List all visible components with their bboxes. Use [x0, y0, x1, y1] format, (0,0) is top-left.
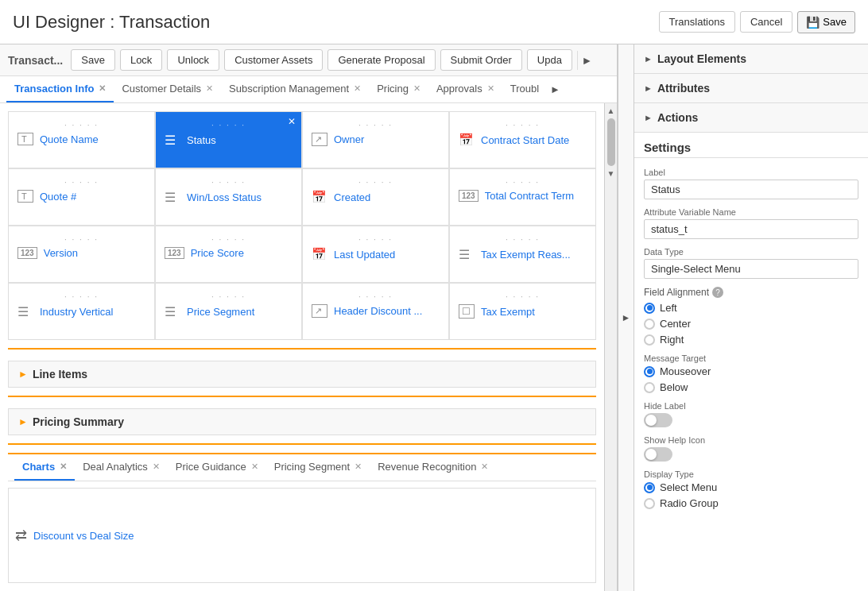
settings-display-type-group: Display Type Select Menu Radio Group — [644, 469, 858, 509]
field-version[interactable]: · · · · · 123 Version — [9, 226, 154, 282]
attributes-arrow: ► — [644, 83, 653, 93]
toolbar-lock-button[interactable]: Lock — [120, 49, 162, 71]
tab-troubl[interactable]: Troubl — [502, 76, 547, 102]
alignment-right-option[interactable]: Right — [644, 334, 858, 346]
tab-approvals-close[interactable]: ✕ — [487, 83, 494, 94]
settings-data-type-value: Single-Select Menu — [644, 259, 858, 279]
scrollbar[interactable]: ▲ ▼ — [604, 103, 617, 591]
tabs-right-arrow[interactable]: ► — [547, 77, 564, 102]
alignment-right-label: Right — [660, 334, 684, 346]
alignment-right-radio[interactable] — [644, 334, 655, 346]
field-last-updated[interactable]: · · · · · 📅 Last Updated — [303, 226, 448, 282]
bottom-tab-charts-close[interactable]: ✕ — [60, 462, 67, 472]
field-status-close[interactable]: ✕ — [288, 116, 296, 127]
field-owner[interactable]: · · · · · ↗ Owner — [303, 112, 448, 168]
field-owner-label: Owner — [334, 133, 364, 145]
actions-header[interactable]: ► Actions — [634, 103, 868, 132]
toolbar-label: Transact... — [8, 54, 63, 67]
field-grid: · · · · · T Quote Name ✕ · · · · · ☰ Sta… — [8, 111, 596, 340]
field-price-segment[interactable]: · · · · · ☰ Price Segment — [156, 284, 301, 339]
display-type-select-menu-radio[interactable] — [644, 482, 655, 493]
panel-right-arrow[interactable]: ► — [622, 312, 631, 323]
field-win-loss-status[interactable]: · · · · · ☰ Win/Loss Status — [156, 169, 301, 225]
tab-pricing-label: Pricing — [377, 83, 409, 95]
tab-subscription-management-close[interactable]: ✕ — [354, 83, 361, 94]
line-items-toggle: ► — [18, 369, 28, 380]
field-price-score[interactable]: · · · · · 123 Price Score — [156, 226, 301, 282]
alignment-center-radio[interactable] — [644, 319, 655, 330]
settings-message-target-label: Message Target — [644, 353, 858, 363]
tab-subscription-management[interactable]: Subscription Management ✕ — [221, 76, 369, 102]
settings-label-value[interactable]: Status — [644, 180, 858, 199]
translations-button[interactable]: Translations — [659, 11, 735, 33]
message-target-below-option[interactable]: Below — [644, 381, 858, 393]
toolbar-right-arrow[interactable]: ► — [577, 51, 596, 70]
settings-label-group: Label Status — [644, 168, 858, 199]
display-type-radio-group-option[interactable]: Radio Group — [644, 497, 858, 509]
bottom-tab-revenue-recognition[interactable]: Revenue Recognition ✕ — [370, 454, 496, 481]
settings-field-alignment-label: Field Alignment — [644, 287, 709, 298]
settings-message-target-group: Message Target Mouseover Below — [644, 353, 858, 393]
pricing-summary-section[interactable]: ► Pricing Summary — [8, 408, 596, 435]
settings-attr-var-value[interactable]: status_t — [644, 219, 858, 239]
bottom-tab-deal-analytics-close[interactable]: ✕ — [153, 462, 160, 472]
bottom-tab-price-guidance-close[interactable]: ✕ — [251, 462, 258, 472]
show-help-icon-toggle[interactable] — [644, 447, 672, 462]
tab-customer-details-label: Customer Details — [122, 83, 201, 95]
tab-approvals[interactable]: Approvals ✕ — [428, 76, 502, 102]
toolbar-update-button[interactable]: Upda — [527, 49, 572, 71]
bottom-tab-pricing-segment-close[interactable]: ✕ — [355, 462, 362, 472]
alignment-left-radio[interactable] — [644, 303, 655, 314]
attributes-header[interactable]: ► Attributes — [634, 74, 868, 102]
layout-elements-header[interactable]: ► Layout Elements — [634, 44, 868, 73]
scroll-thumb[interactable] — [607, 118, 615, 166]
date-field-icon-3: 📅 — [312, 247, 327, 261]
tab-transaction-info-close[interactable]: ✕ — [99, 83, 106, 94]
message-target-below-radio[interactable] — [644, 382, 655, 393]
field-status[interactable]: ✕ · · · · · ☰ Status — [156, 112, 301, 168]
tab-customer-details-close[interactable]: ✕ — [206, 83, 213, 94]
field-last-updated-label: Last Updated — [334, 249, 395, 261]
field-win-loss-label: Win/Loss Status — [187, 191, 262, 203]
field-tax-exempt[interactable]: · · · · · ☐ Tax Exempt — [450, 284, 595, 339]
hide-label-toggle[interactable] — [644, 413, 672, 427]
toolbar-generate-proposal-button[interactable]: Generate Proposal — [327, 49, 435, 71]
cancel-button[interactable]: Cancel — [740, 11, 792, 33]
field-contract-start-date[interactable]: · · · · · 📅 Contract Start Date — [450, 112, 595, 168]
tab-customer-details[interactable]: Customer Details ✕ — [114, 76, 221, 102]
field-header-discount[interactable]: · · · · · ↗ Header Discount ... — [303, 284, 448, 339]
field-quote-name[interactable]: · · · · · T Quote Name — [9, 112, 154, 168]
tab-transaction-info-label: Transaction Info — [14, 83, 94, 95]
settings-show-help-icon-group: Show Help Icon — [644, 435, 858, 462]
bottom-tab-price-guidance[interactable]: Price Guidance ✕ — [168, 454, 266, 481]
message-target-mouseover-option[interactable]: Mouseover — [644, 365, 858, 377]
display-type-radio-group-radio[interactable] — [644, 498, 655, 509]
help-icon[interactable]: ? — [712, 287, 723, 298]
field-tax-exempt-reason[interactable]: · · · · · ☰ Tax Exempt Reas... — [450, 226, 595, 282]
field-created[interactable]: · · · · · 📅 Created — [303, 169, 448, 225]
display-type-select-menu-option[interactable]: Select Menu — [644, 481, 858, 493]
toolbar-submit-order-button[interactable]: Submit Order — [440, 49, 522, 71]
bottom-tab-charts[interactable]: Charts ✕ — [14, 454, 75, 481]
field-price-segment-label: Price Segment — [187, 306, 254, 318]
tab-pricing[interactable]: Pricing ✕ — [369, 76, 428, 102]
toolbar-unlock-button[interactable]: Unlock — [167, 49, 219, 71]
alignment-center-option[interactable]: Center — [644, 318, 858, 330]
alignment-left-option[interactable]: Left — [644, 302, 858, 314]
field-quote-number[interactable]: · · · · · T Quote # — [9, 169, 154, 225]
save-header-button[interactable]: 💾 Save — [797, 11, 855, 33]
message-target-mouseover-radio[interactable] — [644, 366, 655, 377]
bottom-tab-pricing-segment[interactable]: Pricing Segment ✕ — [266, 454, 370, 481]
tab-pricing-close[interactable]: ✕ — [413, 83, 420, 94]
tab-transaction-info[interactable]: Transaction Info ✕ — [6, 76, 114, 102]
bottom-tab-revenue-recognition-label: Revenue Recognition — [378, 461, 476, 473]
line-items-section[interactable]: ► Line Items — [8, 361, 596, 388]
scroll-up-arrow[interactable]: ▲ — [606, 105, 617, 117]
toolbar-customer-assets-button[interactable]: Customer Assets — [224, 49, 323, 71]
field-total-contract-term[interactable]: · · · · · 123 Total Contract Term — [450, 169, 595, 225]
field-industry-vertical[interactable]: · · · · · ☰ Industry Vertical — [9, 284, 154, 339]
toolbar-save-button[interactable]: Save — [71, 49, 115, 71]
scroll-down-arrow[interactable]: ▼ — [606, 168, 617, 180]
bottom-tab-deal-analytics[interactable]: Deal Analytics ✕ — [75, 454, 168, 481]
bottom-tab-revenue-recognition-close[interactable]: ✕ — [481, 462, 488, 472]
